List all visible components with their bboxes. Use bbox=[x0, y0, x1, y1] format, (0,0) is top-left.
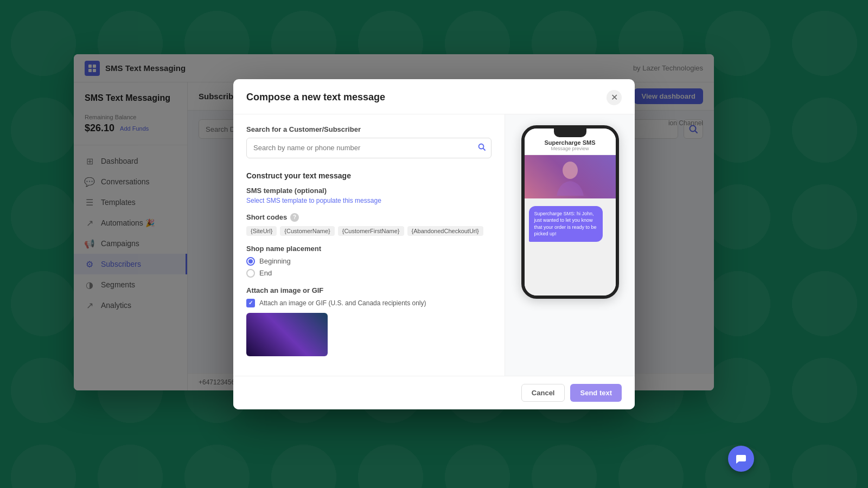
phone-content: Supercharge SMS: hi John, just wanted to… bbox=[525, 155, 616, 296]
send-text-button[interactable]: Send text bbox=[570, 384, 622, 402]
attach-checkbox-row: Attach an image or GIF (U.S. and Canada … bbox=[246, 299, 492, 307]
phone-notch bbox=[554, 129, 586, 137]
phone-image bbox=[525, 155, 616, 198]
attach-title: Attach an image or GIF bbox=[246, 286, 492, 294]
modal-close-button[interactable]: ✕ bbox=[607, 90, 622, 105]
compose-modal: Compose a new text message ✕ Search for … bbox=[233, 79, 635, 409]
phone-preview-label: Message preview bbox=[530, 146, 610, 151]
modal-left-panel: Search for a Customer/Subscriber Constru… bbox=[233, 114, 505, 376]
placement-label: Shop name placement bbox=[246, 245, 492, 253]
short-code-abandonedcheckouturl[interactable]: {AbandonedCheckoutUrl} bbox=[407, 226, 483, 236]
placement-end[interactable]: End bbox=[246, 269, 492, 278]
placement-end-radio[interactable] bbox=[246, 269, 255, 278]
template-link[interactable]: Select SMS template to populate this mes… bbox=[246, 197, 492, 204]
phone-message-bubble: Supercharge SMS: hi John, just wanted to… bbox=[529, 206, 603, 242]
modal-footer: Cancel Send text bbox=[233, 376, 635, 409]
short-codes-help-icon[interactable]: ? bbox=[290, 213, 299, 222]
cancel-button[interactable]: Cancel bbox=[521, 384, 565, 402]
short-codes-row: {SiteUrl} {CustomerName} {CustomerFirstN… bbox=[246, 226, 492, 236]
placement-beginning-radio[interactable] bbox=[246, 257, 255, 266]
short-code-customerfirstname[interactable]: {CustomerFirstName} bbox=[338, 226, 404, 236]
customer-search-label: Search for a Customer/Subscriber bbox=[246, 125, 492, 133]
short-code-siteurl[interactable]: {SiteUrl} bbox=[246, 226, 277, 236]
construct-title: Construct your text message bbox=[246, 171, 492, 180]
modal-right-panel: Supercharge SMS Message preview bbox=[505, 114, 635, 376]
chat-support-bubble[interactable] bbox=[728, 446, 754, 472]
modal-title: Compose a new text message bbox=[246, 92, 385, 103]
attach-section: Attach an image or GIF Attach an image o… bbox=[246, 286, 492, 356]
modal-overlay: Compose a new text message ✕ Search for … bbox=[0, 0, 868, 488]
customer-search-row bbox=[246, 138, 492, 158]
image-preview bbox=[246, 313, 328, 356]
short-code-customername[interactable]: {CustomerName} bbox=[280, 226, 334, 236]
placement-beginning-label: Beginning bbox=[259, 257, 291, 265]
attach-checkbox-label: Attach an image or GIF (U.S. and Canada … bbox=[259, 299, 426, 307]
customer-search-input[interactable] bbox=[246, 138, 492, 158]
svg-point-6 bbox=[563, 162, 578, 179]
modal-body: Search for a Customer/Subscriber Constru… bbox=[233, 114, 635, 376]
phone-image-inner bbox=[525, 155, 616, 198]
customer-search-icon[interactable] bbox=[477, 143, 486, 153]
placement-end-label: End bbox=[259, 269, 272, 277]
phone-messages: Supercharge SMS: hi John, just wanted to… bbox=[525, 198, 616, 296]
short-codes-label: Short codes ? bbox=[246, 213, 492, 222]
template-label: SMS template (optional) bbox=[246, 187, 492, 195]
placement-radio-group: Beginning End bbox=[246, 257, 492, 278]
phone-mockup: Supercharge SMS Message preview bbox=[521, 125, 619, 299]
image-preview-inner bbox=[246, 313, 328, 356]
attach-checkbox[interactable] bbox=[246, 299, 255, 307]
phone-app-name: Supercharge SMS bbox=[530, 139, 610, 146]
placement-beginning[interactable]: Beginning bbox=[246, 257, 492, 266]
construct-section: Construct your text message SMS template… bbox=[246, 171, 492, 356]
modal-header: Compose a new text message ✕ bbox=[233, 79, 635, 114]
